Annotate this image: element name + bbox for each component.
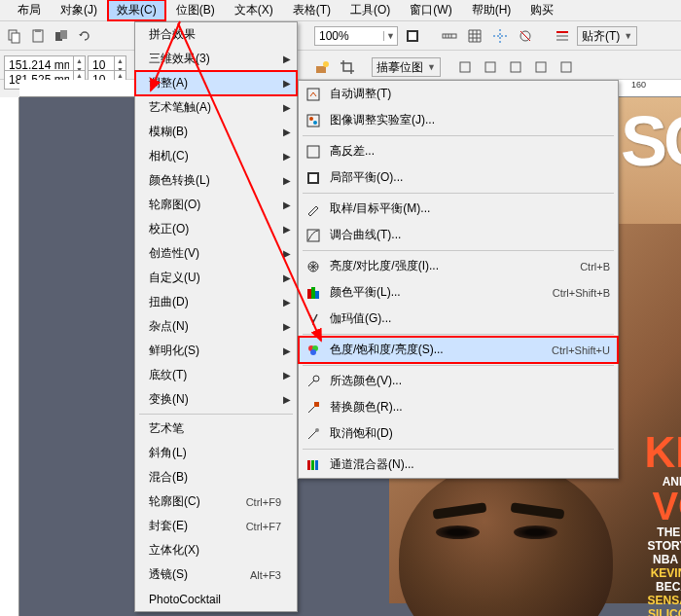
zoom-input[interactable] xyxy=(315,29,383,43)
menu-table[interactable]: 表格(T) xyxy=(283,0,340,21)
effects-item[interactable]: 混合(B) xyxy=(135,465,297,489)
chevron-down-icon[interactable]: ▼ xyxy=(383,31,397,41)
menu-item-label: 混合(B) xyxy=(149,469,291,486)
show-rulers-icon[interactable] xyxy=(439,25,460,47)
trace-bitmap-combo[interactable]: 描摹位图 ▼ xyxy=(372,57,441,77)
zoom-combo[interactable]: ▼ xyxy=(314,26,398,46)
edit-bitmap-icon[interactable] xyxy=(311,56,333,78)
effects-item[interactable]: 艺术笔 xyxy=(135,417,297,441)
replace-icon xyxy=(305,399,322,417)
svg-rect-37 xyxy=(315,291,319,299)
menu-window[interactable]: 窗口(W) xyxy=(400,0,461,21)
submenu-item-label: 色度/饱和度/亮度(S)... xyxy=(330,342,544,358)
snap-to-combo[interactable]: 贴齐(T) ▼ xyxy=(577,26,637,46)
menu-effects[interactable]: 效果(C) xyxy=(107,0,166,21)
effects-item[interactable]: 立体化(X) xyxy=(135,538,297,562)
effects-item[interactable]: 轮廓图(O)▶ xyxy=(135,193,297,217)
face-graphic xyxy=(399,462,613,616)
tool-a-icon[interactable] xyxy=(454,56,476,78)
tool-clone-icon[interactable] xyxy=(51,25,72,47)
svg-rect-36 xyxy=(311,287,315,299)
adjust-item[interactable]: 所选颜色(V)... xyxy=(299,368,618,394)
menu-item-label: 创造性(V) xyxy=(149,245,283,262)
menu-object[interactable]: 对象(J) xyxy=(51,0,107,21)
adjust-item[interactable]: 取消饱和(D) xyxy=(299,420,618,447)
effects-item[interactable]: 透镜(S)Alt+F3 xyxy=(135,562,297,587)
submenu-arrow-icon: ▶ xyxy=(283,321,291,332)
effects-item[interactable]: 调整(A)▶ xyxy=(135,71,297,95)
show-guides-icon[interactable] xyxy=(489,25,511,47)
effects-item[interactable]: 三维效果(3)▶ xyxy=(135,47,297,71)
svg-point-41 xyxy=(313,376,319,381)
effects-item[interactable]: 校正(O)▶ xyxy=(135,217,297,241)
effects-item[interactable]: 拼合效果 xyxy=(135,22,297,47)
toolbar: ▼ 贴齐(T) ▼ xyxy=(0,21,681,51)
menu-text[interactable]: 文本(X) xyxy=(225,0,283,21)
effects-item[interactable]: 颜色转换(L)▶ xyxy=(135,168,297,193)
effects-dropdown: 拼合效果三维效果(3)▶调整(A)▶艺术笔触(A)▶模糊(B)▶相机(C)▶颜色… xyxy=(134,21,298,612)
svg-rect-19 xyxy=(316,66,326,73)
effects-item[interactable]: 模糊(B)▶ xyxy=(135,120,297,144)
menu-item-label: 三维效果(3) xyxy=(149,51,283,67)
menu-bitmap[interactable]: 位图(B) xyxy=(166,0,225,21)
tool-e-icon[interactable] xyxy=(556,56,577,78)
svg-point-40 xyxy=(310,349,316,355)
adjust-item[interactable]: 替换颜色(R)... xyxy=(299,394,618,420)
menu-buy[interactable]: 购买 xyxy=(520,0,563,21)
tool-b-icon[interactable] xyxy=(480,56,501,78)
adjust-item[interactable]: 通道混合器(N)... xyxy=(299,452,618,478)
svg-rect-1 xyxy=(12,33,19,43)
svg-rect-8 xyxy=(443,34,456,38)
menu-help[interactable]: 帮助(H) xyxy=(462,0,521,21)
effects-item[interactable]: 扭曲(D)▶ xyxy=(135,290,297,314)
tool-paste-icon[interactable] xyxy=(27,25,49,47)
show-grid-icon[interactable] xyxy=(464,25,485,47)
adjust-item[interactable]: 调合曲线(T)... xyxy=(299,222,618,248)
effects-item[interactable]: 斜角(L) xyxy=(135,441,297,465)
gamma-icon xyxy=(305,310,322,328)
snap-off-icon[interactable] xyxy=(515,25,536,47)
effects-item[interactable]: 艺术笔触(A)▶ xyxy=(135,95,297,120)
menu-item-label: 杂点(N) xyxy=(149,318,283,335)
adjust-item[interactable]: 取样/目标平衡(M)... xyxy=(299,196,618,222)
menu-item-label: 轮廓图(O) xyxy=(149,197,283,213)
submenu-arrow-icon: ▶ xyxy=(283,78,291,89)
adjust-item[interactable]: 颜色平衡(L)...Ctrl+Shift+B xyxy=(299,279,618,306)
submenu-arrow-icon: ▶ xyxy=(283,297,291,308)
tool-undo-icon[interactable] xyxy=(74,25,95,47)
effects-item[interactable]: 鲜明化(S)▶ xyxy=(135,339,297,363)
adjust-item[interactable]: 自动调整(T) xyxy=(299,81,618,107)
effects-item[interactable]: 轮廓图(C)Ctrl+F9 xyxy=(135,489,297,514)
options-icon[interactable] xyxy=(552,25,573,47)
adjust-item[interactable]: 高反差... xyxy=(299,138,618,164)
chevron-down-icon[interactable]: ▼ xyxy=(624,31,632,41)
menu-layout[interactable]: 布局 xyxy=(8,0,51,21)
effects-item[interactable]: 封套(E)Ctrl+F7 xyxy=(135,514,297,538)
tool-copy-icon[interactable] xyxy=(4,25,25,47)
adjust-item[interactable]: 图像调整实验室(J)... xyxy=(299,107,618,133)
effects-item[interactable]: 自定义(U)▶ xyxy=(135,266,297,290)
effects-item[interactable]: 杂点(N)▶ xyxy=(135,314,297,339)
crop-bitmap-icon[interactable] xyxy=(337,56,358,78)
menu-item-label: PhotoCocktail xyxy=(149,593,291,606)
adjust-item[interactable]: 伽玛值(G)... xyxy=(299,306,618,332)
menu-tools[interactable]: 工具(O) xyxy=(340,0,400,21)
adjust-item[interactable]: 亮度/对比度/强度(I)...Ctrl+B xyxy=(299,253,618,279)
adjust-item[interactable]: 色度/饱和度/亮度(S)...Ctrl+Shift+U xyxy=(299,337,618,363)
highpass-icon xyxy=(305,143,322,161)
effects-item[interactable]: 相机(C)▶ xyxy=(135,144,297,168)
svg-rect-42 xyxy=(314,402,319,407)
effects-item[interactable]: 变换(N)▶ xyxy=(135,387,297,412)
effects-item[interactable]: 创造性(V)▶ xyxy=(135,241,297,266)
adjust-item[interactable]: 局部平衡(O)... xyxy=(299,164,618,191)
auto-adjust-icon xyxy=(305,86,322,103)
effects-item[interactable]: 底纹(T)▶ xyxy=(135,363,297,387)
tool-c-icon[interactable] xyxy=(505,56,526,78)
submenu-item-label: 取样/目标平衡(M)... xyxy=(330,200,610,217)
submenu-item-label: 调合曲线(T)... xyxy=(330,227,610,243)
svg-point-28 xyxy=(309,117,313,121)
effects-item[interactable]: PhotoCocktail xyxy=(135,587,297,611)
tool-d-icon[interactable] xyxy=(530,56,552,78)
fullscreen-icon[interactable] xyxy=(402,25,423,47)
chevron-down-icon[interactable]: ▼ xyxy=(427,62,436,72)
